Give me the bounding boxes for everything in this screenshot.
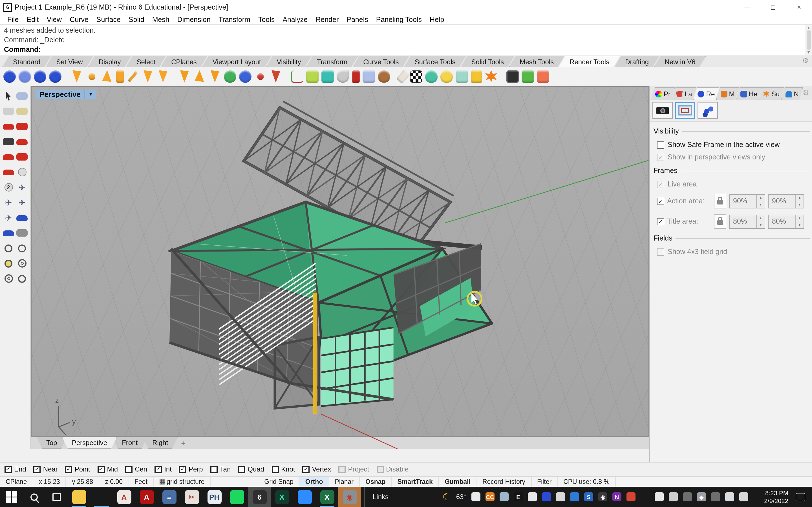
links-toolbar[interactable]: Links xyxy=(364,487,394,507)
chrome-app[interactable] xyxy=(90,487,113,507)
spotlight-icon[interactable] xyxy=(70,70,83,82)
spin-up-icon[interactable]: ▲ xyxy=(796,194,804,201)
panel-gear-icon[interactable]: ⚙ xyxy=(803,89,809,97)
pen-tray[interactable] xyxy=(739,492,748,501)
toolbar-tab[interactable]: Render Tools xyxy=(559,56,620,67)
toolbar-tab[interactable]: Transform xyxy=(306,56,358,67)
security-shield-tray[interactable] xyxy=(556,492,565,501)
toolbar-separator[interactable] xyxy=(285,70,288,82)
osnap-toggle[interactable]: Disable xyxy=(376,465,409,473)
curve-pipe-icon[interactable] xyxy=(337,70,349,82)
status-segment[interactable]: CPU use: 0.8 % xyxy=(558,476,616,487)
box-points-icon[interactable] xyxy=(16,229,28,237)
menu-item[interactable]: Solid xyxy=(124,15,148,23)
panel-tab[interactable]: He xyxy=(735,87,762,100)
status-segment[interactable]: grid structure xyxy=(154,476,211,487)
bluetooth-tray[interactable] xyxy=(570,492,579,501)
panel-tab[interactable]: Pr xyxy=(651,87,675,100)
show-safe-frame-checkbox[interactable]: Show Safe Frame in the active view xyxy=(657,141,812,149)
status-segment[interactable]: Record History xyxy=(477,476,531,487)
osnap-toggle[interactable]: ✓ Perp xyxy=(179,465,203,473)
epic-games-tray[interactable]: E xyxy=(514,492,523,501)
status-segment[interactable]: x 15.23 xyxy=(33,476,66,487)
action-area-width-input[interactable]: 90% ▲▼ xyxy=(729,194,765,208)
record-ring-tray[interactable]: ◉ xyxy=(598,492,607,501)
toolbar-tab[interactable]: Visibility xyxy=(266,56,312,67)
osnap-toggle[interactable]: ✓ Int xyxy=(154,465,172,473)
truck-back-icon[interactable] xyxy=(16,123,28,130)
menu-item[interactable]: Panels xyxy=(343,15,372,23)
bulb-icon[interactable] xyxy=(441,70,453,82)
toolbar-tab[interactable]: Set View xyxy=(45,56,93,67)
status-segment[interactable]: Filter xyxy=(531,476,558,487)
toolbar-tab[interactable]: CPlanes xyxy=(160,56,207,67)
toolbar-tab[interactable]: Select xyxy=(126,56,166,67)
autocad-app[interactable]: A xyxy=(113,487,135,507)
gdrive-tray[interactable] xyxy=(471,492,480,501)
zoom-extents-icon[interactable] xyxy=(4,274,13,283)
wifi-tray[interactable] xyxy=(683,492,692,501)
menu-item[interactable]: File xyxy=(3,15,22,23)
panel-tab[interactable]: M xyxy=(716,87,739,100)
toolbar-separator[interactable] xyxy=(393,70,396,82)
checkbox-box[interactable]: ✓ xyxy=(65,466,72,473)
minimize-button[interactable]: — xyxy=(734,0,760,15)
checkbox-box[interactable] xyxy=(271,466,279,473)
spin-up-icon[interactable]: ▲ xyxy=(757,194,765,201)
volume-tray[interactable] xyxy=(711,492,720,501)
render-spheres-button[interactable] xyxy=(698,102,718,119)
status-segment[interactable]: Grid Snap xyxy=(259,476,300,487)
sun-study-icon[interactable] xyxy=(239,70,252,82)
osnap-toggle[interactable]: Quad xyxy=(238,465,264,473)
light-copy-icon[interactable] xyxy=(157,70,169,82)
checkbox-box[interactable] xyxy=(238,466,245,473)
lock-ratio-button[interactable] xyxy=(714,194,726,209)
save-view-icon[interactable] xyxy=(16,108,28,115)
osnap-toggle[interactable]: Cen xyxy=(125,465,147,473)
command-prompt[interactable]: Command: xyxy=(4,45,803,55)
close-button[interactable]: × xyxy=(786,0,812,15)
render-icon[interactable] xyxy=(3,70,16,82)
sphere-grid-icon[interactable] xyxy=(18,168,26,176)
status-segment[interactable]: y 25.88 xyxy=(66,476,99,487)
viewport-tab[interactable]: Right xyxy=(143,437,177,449)
cone-mirror-icon[interactable] xyxy=(269,70,282,82)
toolbar-separator[interactable] xyxy=(64,70,68,82)
spin-up-icon[interactable]: ▲ xyxy=(796,215,804,221)
osnap-toggle[interactable]: Tan xyxy=(210,465,231,473)
printer-error-tray[interactable] xyxy=(669,492,678,501)
plane-front-icon[interactable]: ✈ xyxy=(3,199,14,207)
car-side-icon[interactable] xyxy=(16,139,28,145)
file-explorer-app[interactable] xyxy=(68,487,90,507)
teams-tray[interactable] xyxy=(542,492,551,501)
start-button[interactable] xyxy=(0,487,22,507)
dropbox-tray[interactable] xyxy=(725,492,734,501)
maximize-button[interactable]: □ xyxy=(760,0,786,15)
calculator-app[interactable]: ≡ xyxy=(158,487,181,507)
task-view-button[interactable] xyxy=(45,487,68,507)
zoom-selected-icon[interactable] xyxy=(4,260,12,267)
scroll-thumb[interactable] xyxy=(807,31,811,50)
title-area-height-input[interactable]: 80% ▲▼ xyxy=(768,214,804,228)
environment-icon[interactable] xyxy=(224,70,236,82)
osnap-toggle[interactable]: Project xyxy=(338,465,369,473)
toolbar-tab[interactable]: Solid Tools xyxy=(461,56,515,67)
osnap-toggle[interactable]: Knot xyxy=(271,465,295,473)
action-center-icon[interactable] xyxy=(796,493,805,501)
checkbox-box[interactable] xyxy=(210,466,218,473)
toolbar-tab[interactable]: New in V6 xyxy=(654,56,706,67)
adobe-app[interactable]: X xyxy=(271,487,293,507)
folder-icon[interactable] xyxy=(471,70,482,82)
copy-display-icon[interactable] xyxy=(16,93,28,100)
status-segment[interactable]: z 0.00 xyxy=(99,476,129,487)
zoom-window-icon[interactable] xyxy=(18,244,26,252)
spin-down-icon[interactable]: ▼ xyxy=(796,221,804,228)
panel-tab[interactable]: N xyxy=(781,87,803,100)
light-target-icon[interactable] xyxy=(142,70,154,82)
car-front-icon[interactable] xyxy=(16,153,28,161)
photos-app[interactable]: PH xyxy=(203,487,225,507)
status-segment[interactable]: Gumball xyxy=(439,476,477,487)
egg-icon[interactable] xyxy=(425,70,438,82)
plane-blue2-icon[interactable] xyxy=(3,230,14,236)
panel-tab[interactable]: La xyxy=(672,87,697,100)
